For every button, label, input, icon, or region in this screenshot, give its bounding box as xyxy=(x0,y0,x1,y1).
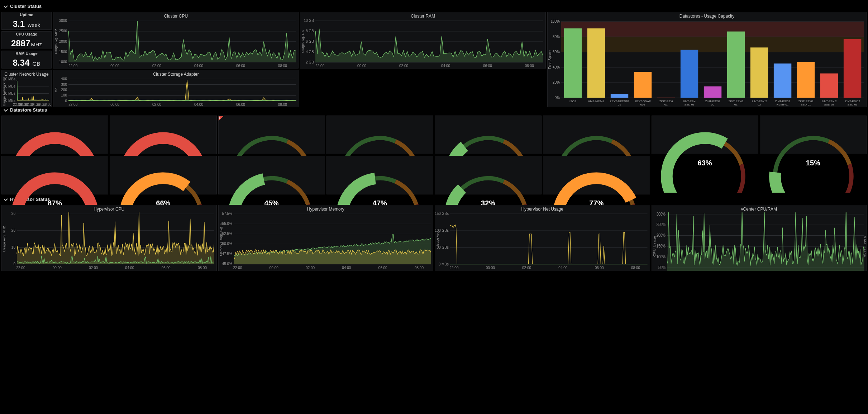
svg-text:10: 10 xyxy=(11,245,15,249)
svg-text:400: 400 xyxy=(61,77,67,81)
legend: esxi-zlon-001.zimbra.io mem usage averag… xyxy=(219,270,433,271)
svg-text:00:00: 00:00 xyxy=(110,64,119,68)
svg-text:30: 30 xyxy=(11,212,15,216)
svg-text:ZINT-ESXi2: ZINT-ESXi2 xyxy=(798,100,814,103)
panel-hyp-cpu[interactable]: Hypervisor CPU 010203022:0000:0002:0004:… xyxy=(1,205,217,271)
gauge-panel[interactable]: ZINT-ESXi-010.3% xyxy=(543,116,650,154)
gauge-panel[interactable]: ZINT-ESXi2-SSD-0377% xyxy=(543,156,650,194)
svg-text:04:00: 04:00 xyxy=(125,265,134,269)
svg-text:ZINT-ESXi2: ZINT-ESXi2 xyxy=(705,100,720,103)
svg-text:Memory Usage Avg. %: Memory Usage Avg. % xyxy=(219,222,223,256)
svg-text:Usage Avg. MHZ: Usage Avg. MHZ xyxy=(3,226,6,252)
svg-text:04:00: 04:00 xyxy=(194,103,203,107)
svg-text:0%: 0% xyxy=(554,96,559,100)
svg-text:001: 001 xyxy=(640,103,645,106)
svg-rect-77 xyxy=(797,62,815,98)
svg-text:47.5%: 47.5% xyxy=(222,252,232,256)
svg-text:300%: 300% xyxy=(656,212,666,216)
svg-text:08:00: 08:00 xyxy=(43,103,51,107)
stat-uptime[interactable]: Uptime 3.1 week xyxy=(1,12,52,30)
svg-text:6 GB: 6 GB xyxy=(306,39,314,43)
svg-text:200%: 200% xyxy=(656,233,666,237)
svg-text:22:00: 22:00 xyxy=(16,265,25,269)
section-hypervisor: Hypervisor Status Hypervisor CPU 0102030… xyxy=(1,194,867,269)
panel-cluster-net[interactable]: Cluster Network Usage 0 MBs10 MBs20 MBs3… xyxy=(1,70,52,107)
svg-text:SSD-03: SSD-03 xyxy=(848,103,858,106)
chevron-down-icon xyxy=(4,4,8,9)
svg-rect-56 xyxy=(634,72,652,98)
svg-text:2000: 2000 xyxy=(59,39,67,43)
svg-text:2500: 2500 xyxy=(59,29,67,33)
svg-text:ZINT-ESXi2: ZINT-ESXi2 xyxy=(752,100,767,103)
svg-text:06:00: 06:00 xyxy=(236,64,245,68)
svg-rect-68 xyxy=(727,32,745,98)
panel-cluster-storage[interactable]: Cluster Storage Adapter 010020030040022:… xyxy=(53,70,299,107)
svg-text:ZINT-ESXi: ZINT-ESXi xyxy=(659,100,673,103)
gauge-panel[interactable]: ZINT-ESXi2-0187% xyxy=(1,156,108,194)
gauge-panel[interactable]: ISOS91% xyxy=(1,116,108,154)
svg-text:08:00: 08:00 xyxy=(278,103,287,107)
gauge-value: 15% xyxy=(760,159,866,167)
svg-text:08:00: 08:00 xyxy=(525,64,534,68)
svg-text:SSD-01: SSD-01 xyxy=(801,103,811,106)
gauge-panel[interactable]: ZINT-ESXi2-0015% xyxy=(760,116,867,154)
svg-text:08:00: 08:00 xyxy=(278,64,287,68)
gauge-panel[interactable]: ZEXT-NETAPP-015.0% xyxy=(326,116,433,154)
gauge-panel[interactable]: ZINT-ESXi-SSD-0163% xyxy=(652,116,758,154)
stat-cpu-usage[interactable]: CPU Usage 2887MHz xyxy=(1,31,52,49)
svg-text:02:00: 02:00 xyxy=(522,266,531,270)
svg-text:ZINT-ESXi2: ZINT-ESXi2 xyxy=(775,100,790,103)
gauge-panel[interactable]: ZINT-ESXi2-SSD-0147% xyxy=(326,156,433,194)
svg-text:45.0%: 45.0% xyxy=(222,262,232,266)
svg-text:02:00: 02:00 xyxy=(152,103,161,107)
panel-hyp-net[interactable]: Hypervisor Net Usage 0 MBs50 GBs100 GBs1… xyxy=(435,205,650,271)
svg-text:Usage Avg.: Usage Avg. xyxy=(436,231,439,248)
svg-text:04:00: 04:00 xyxy=(441,64,450,68)
svg-text:ISOS: ISOS xyxy=(569,100,576,103)
svg-text:22:00: 22:00 xyxy=(68,64,77,68)
svg-text:150 GBs: 150 GBs xyxy=(435,212,449,216)
svg-text:50%: 50% xyxy=(658,265,665,270)
svg-text:08:00: 08:00 xyxy=(414,266,423,270)
gauge-panel[interactable]: ZINT-ESXi2-NVMe-0145% xyxy=(218,156,325,194)
panel-cluster-ram[interactable]: Cluster RAM 2 GB4 GB6 GB8 GB10 GB22:0000… xyxy=(300,12,545,69)
svg-text:ZINT-ESXi2: ZINT-ESXi2 xyxy=(728,100,744,103)
gauge-panel[interactable]: ZINT-ESXi2-SSD-0232% xyxy=(435,156,542,194)
svg-rect-80 xyxy=(820,74,838,98)
svg-text:01: 01 xyxy=(664,103,668,106)
section-toggle-cluster[interactable]: Cluster Status xyxy=(1,1,867,10)
svg-rect-71 xyxy=(750,47,768,98)
svg-text:Usage Network MB/s: Usage Network MB/s xyxy=(3,77,6,106)
svg-text:01: 01 xyxy=(734,103,738,106)
svg-text:04:00: 04:00 xyxy=(558,266,567,270)
svg-text:08:00: 08:00 xyxy=(631,266,640,270)
svg-text:00:00: 00:00 xyxy=(269,266,278,270)
panel-vcenter[interactable]: vCenter CPU/RAM 0%50%100%150%200%250%300… xyxy=(652,205,867,271)
gauge-panel[interactable]: VMS-NFS4191% xyxy=(110,116,216,154)
gauge-panel[interactable]: VeeamBackup_veeamsrv.zimbra.ioN/A xyxy=(218,116,325,154)
svg-text:Usage Avg. GB: Usage Avg. GB xyxy=(301,30,305,53)
svg-text:ZINT-ESXi2: ZINT-ESXi2 xyxy=(845,100,860,103)
svg-text:06:00: 06:00 xyxy=(236,103,245,107)
svg-text:SSD-01: SSD-01 xyxy=(684,103,694,106)
svg-rect-35 xyxy=(561,37,864,52)
svg-text:0 MBs: 0 MBs xyxy=(5,99,15,103)
svg-text:02:00: 02:00 xyxy=(400,64,409,68)
panel-datastore-bar[interactable]: Datastores - Usage Capacity 0%20%40%60%8… xyxy=(547,12,867,107)
panel-hyp-mem[interactable]: Hypervisor Memory 45.0%47.5%50.0%52.5%55… xyxy=(218,205,434,271)
gauge-panel[interactable]: ZEXT-QNAP-00134% xyxy=(435,116,542,154)
svg-text:1500: 1500 xyxy=(59,50,67,53)
svg-text:00:00: 00:00 xyxy=(110,103,119,107)
svg-text:NVMe-01: NVMe-01 xyxy=(777,103,789,106)
svg-text:ZEXT-NETAPP: ZEXT-NETAPP xyxy=(610,100,629,103)
svg-rect-51 xyxy=(587,28,605,98)
svg-text:Usage Avg. MHz: Usage Avg. MHz xyxy=(54,29,58,54)
svg-text:ZINT-ESXi: ZINT-ESXi xyxy=(683,100,696,103)
svg-text:2 GB: 2 GB xyxy=(306,60,314,64)
gauge-panel[interactable]: ZINT-ESXi2-0266% xyxy=(110,156,216,194)
svg-text:Free Space: Free Space xyxy=(548,50,552,69)
svg-text:22:00: 22:00 xyxy=(449,266,458,270)
panel-cluster-cpu[interactable]: Cluster CPU 1000150020002500300022:0000:… xyxy=(53,12,299,69)
svg-text:00:00: 00:00 xyxy=(486,266,495,270)
stat-ram-usage[interactable]: RAM Usage 8.34 GB xyxy=(1,51,52,69)
